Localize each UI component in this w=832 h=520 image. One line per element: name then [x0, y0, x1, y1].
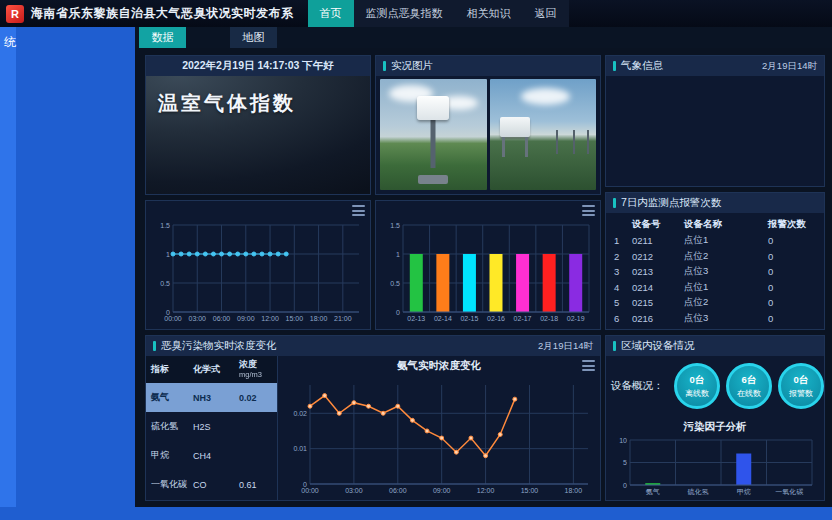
svg-text:02-19: 02-19 [567, 315, 585, 322]
alarm-table-header: 设备号设备名称报警次数 [610, 216, 820, 233]
factor-bar-chart: 0510氨气硫化氢甲烷一氧化碳 [610, 436, 820, 497]
factor-chart-title: 污染因子分析 [606, 420, 824, 434]
ghg-chart-panel: 00.511.500:0003:0006:0009:0012:0015:0018… [145, 200, 371, 330]
datetime-header: 2022年2月19日 14:17:03 下午好 [146, 56, 370, 76]
nav-item-odor-index[interactable]: 监测点恶臭指数 [354, 0, 455, 27]
header-accent-icon [613, 198, 616, 208]
fence-post [556, 130, 558, 154]
nav-item-back[interactable]: 返回 [523, 0, 569, 27]
chart-menu-icon[interactable] [582, 360, 595, 371]
live-photo-1[interactable] [380, 79, 487, 190]
header-accent-icon [153, 341, 156, 351]
svg-text:1: 1 [166, 251, 170, 258]
svg-text:02-14: 02-14 [434, 315, 452, 322]
live-photos-panel: 实况图片 [375, 55, 601, 195]
device-overview-label: 设备概况： [611, 379, 669, 393]
svg-text:02-15: 02-15 [460, 315, 478, 322]
nav-item-knowledge[interactable]: 相关知识 [455, 0, 523, 27]
cloud [521, 88, 570, 105]
top-bar: R 海南省乐东黎族自治县大气恶臭状况实时发布系 首页监测点恶臭指数相关知识返回 [0, 0, 832, 27]
svg-text:10: 10 [619, 437, 627, 444]
pollutant-row[interactable]: 一氧化碳CO0.61 [146, 470, 277, 499]
pollutant-body: 指标化学式浓度mg/m3氨气NH30.02硫化氢H2S甲烷CH4一氧化碳CO0.… [146, 356, 600, 500]
chart-menu-icon[interactable] [582, 205, 595, 216]
live-photos-header: 实况图片 [376, 56, 600, 76]
svg-text:18:00: 18:00 [310, 315, 328, 322]
weather-header: 气象信息 2月19日14时 [606, 56, 824, 76]
svg-text:18:00: 18:00 [565, 487, 583, 494]
greeting-body: 温室气体指数 [146, 76, 370, 194]
svg-text:02-16: 02-16 [487, 315, 505, 322]
header-accent-icon [613, 61, 616, 71]
sidebar: 统 [0, 27, 135, 520]
svg-text:03:00: 03:00 [345, 487, 363, 494]
greeting-panel: 2022年2月19日 14:17:03 下午好 温室气体指数 [145, 55, 371, 195]
svg-text:1.5: 1.5 [390, 222, 400, 229]
nav-item-home[interactable]: 首页 [308, 0, 354, 27]
device-pole [431, 115, 436, 168]
pollutant-row[interactable]: 硫化氢H2S [146, 412, 277, 441]
photos-strip [380, 79, 596, 190]
alarm-table-row: 40214点位10 [610, 280, 820, 296]
weather-timestamp: 2月19日14时 [762, 60, 817, 73]
footer-bar [0, 507, 832, 520]
svg-text:0.5: 0.5 [390, 280, 400, 287]
pollutant-row[interactable]: 甲烷CH4 [146, 441, 277, 470]
alarm-table-row: 50215点位20 [610, 295, 820, 311]
page-title: 温室气体指数 [146, 76, 370, 117]
daily-index-bar-chart: 00.511.502-1302-1402-1502-1602-1702-1802… [379, 217, 597, 326]
svg-text:21:00: 21:00 [334, 315, 352, 322]
pollutant-table-header: 指标化学式浓度mg/m3 [146, 356, 277, 383]
tab-data[interactable]: 数据 [139, 27, 186, 48]
svg-text:00:00: 00:00 [164, 315, 182, 322]
alarm-table-row: 30213点位30 [610, 264, 820, 280]
tab-bar: 数据地图 [135, 27, 832, 48]
alarm-table: 设备号设备名称报警次数10211点位1020212点位2030213点位3040… [606, 213, 824, 329]
ghg-index-chart: 00.511.500:0003:0006:0009:0012:0015:0018… [149, 217, 367, 326]
alarm-table-row: 60216点位30 [610, 311, 820, 327]
svg-text:硫化氢: 硫化氢 [687, 488, 709, 496]
device-base [418, 175, 448, 184]
devices-title: 区域内设备情况 [621, 339, 695, 353]
svg-text:12:00: 12:00 [477, 487, 495, 494]
nh3-chart-title: 氨气实时浓度变化 [278, 359, 600, 373]
live-photo-2[interactable] [490, 79, 597, 190]
main-nav: 首页监测点恶臭指数相关知识返回 [308, 0, 569, 27]
svg-text:03:00: 03:00 [188, 315, 206, 322]
svg-text:15:00: 15:00 [286, 315, 304, 322]
nh3-line-chart: 00.010.0200:0003:0006:0009:0012:0015:001… [280, 377, 596, 498]
header-accent-icon [613, 341, 616, 351]
svg-text:0.01: 0.01 [293, 445, 307, 452]
device-stat-circles: 0台离线数6台在线数0台报警数 [674, 363, 824, 409]
sidebar-label: 统 [0, 27, 135, 51]
alarm-table-row: 20212点位20 [610, 249, 820, 265]
alarm-header: 7日内监测点报警次数 [606, 193, 824, 213]
svg-text:02-17: 02-17 [514, 315, 532, 322]
dashboard: 2022年2月19日 14:17:03 下午好 温室气体指数 实况图片 [135, 48, 832, 507]
svg-text:甲烷: 甲烷 [737, 488, 751, 496]
device-stat-offline: 0台离线数 [674, 363, 720, 409]
daily-bars-panel: 00.511.502-1302-1402-1502-1602-1702-1802… [375, 200, 601, 330]
monitoring-device [417, 96, 449, 120]
svg-text:06:00: 06:00 [389, 487, 407, 494]
svg-text:15:00: 15:00 [521, 487, 539, 494]
devices-panel: 区域内设备情况 设备概况： 0台离线数6台在线数0台报警数 污染因子分析 051… [605, 335, 825, 501]
svg-text:09:00: 09:00 [433, 487, 451, 494]
svg-text:1.5: 1.5 [160, 222, 170, 229]
alarm-title: 7日内监测点报警次数 [621, 196, 721, 210]
device-stat-alarm: 0台报警数 [778, 363, 824, 409]
svg-text:1: 1 [396, 251, 400, 258]
nh3-chart-area: 氨气实时浓度变化 00.010.0200:0003:0006:0009:0012… [278, 356, 600, 500]
pollutant-title: 恶臭污染物实时浓度变化 [161, 339, 277, 353]
alarm-table-row: 10211点位10 [610, 233, 820, 249]
app-logo-icon: R [6, 5, 24, 23]
tab-map[interactable]: 地图 [230, 27, 277, 48]
device-stats-row: 设备概况： 0台离线数6台在线数0台报警数 [606, 360, 824, 412]
device-stat-online: 6台在线数 [726, 363, 772, 409]
chart-menu-icon[interactable] [352, 205, 365, 216]
svg-text:02-13: 02-13 [407, 315, 425, 322]
alarm-panel: 7日内监测点报警次数 设备号设备名称报警次数10211点位1020212点位20… [605, 192, 825, 330]
svg-text:氨气: 氨气 [646, 488, 660, 495]
header-accent-icon [383, 61, 386, 71]
pollutant-row[interactable]: 氨气NH30.02 [146, 383, 277, 412]
